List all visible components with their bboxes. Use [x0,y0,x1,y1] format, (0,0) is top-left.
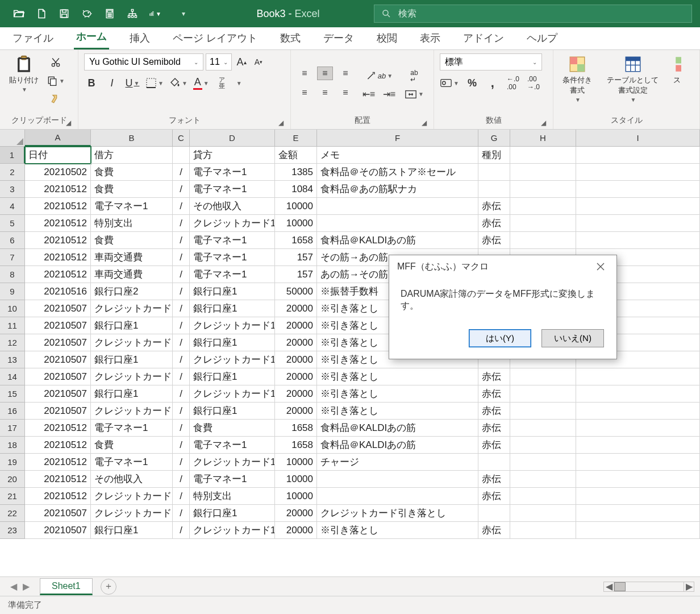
cell[interactable]: クレジットカード1 [91,334,173,351]
cell[interactable]: 20210512 [25,266,91,283]
col-header-F[interactable]: F [317,130,478,146]
tab-pagelayout[interactable]: ページ レイアウト [170,28,260,49]
cell[interactable]: 電子マネー1 [190,164,275,181]
cell[interactable]: クレジットカード1 [190,215,275,232]
cell[interactable] [576,164,700,181]
cell-styles-button-partial[interactable]: ス [670,53,681,86]
cell[interactable]: 食費 [91,164,173,181]
align-launcher-icon[interactable]: ◢ [422,119,427,127]
increase-indent-icon[interactable]: ⇥≡ [382,88,397,101]
cell[interactable]: 電子マネー1 [190,232,275,249]
cell[interactable] [576,505,700,522]
fill-color-icon[interactable]: ▼ [169,76,188,90]
cell[interactable]: 銀行口座1 [190,368,275,385]
select-all-cell[interactable] [0,130,25,146]
cell[interactable]: 食料品＠KALDIあの筋 [317,232,478,249]
cell[interactable]: 20000 [275,317,317,334]
align-middle-icon[interactable]: ≡ [317,67,333,80]
cell[interactable] [478,181,510,198]
cell[interactable]: その他収入 [190,198,275,215]
merge-icon[interactable]: ▼ [405,88,424,101]
piggy-icon[interactable] [81,7,93,20]
cell[interactable]: 20210516 [25,283,91,300]
tab-data[interactable]: データ [321,28,356,49]
cell[interactable]: / [173,522,190,539]
search-box[interactable]: 検索 [374,5,692,23]
row-header[interactable]: 8 [0,266,25,283]
cell[interactable]: チャージ [317,454,478,471]
cell[interactable]: / [173,505,190,522]
cell[interactable]: / [173,181,190,198]
cell[interactable]: / [173,266,190,283]
cell[interactable]: 貸方 [190,147,275,164]
cell[interactable]: 10000 [275,198,317,215]
cell[interactable]: / [173,403,190,420]
italic-icon[interactable]: I [105,76,119,90]
row-header[interactable]: 20 [0,471,25,488]
cell[interactable]: 借方 [91,147,173,164]
cell[interactable]: 銀行口座1 [91,351,173,368]
dialog-close-icon[interactable] [593,259,609,275]
cell[interactable]: / [173,334,190,351]
row-header[interactable]: 9 [0,283,25,300]
cell[interactable]: / [173,368,190,385]
cell[interactable]: 20210507 [25,368,91,385]
col-header-I[interactable]: I [576,130,700,146]
decrease-font-icon[interactable]: A▾ [251,55,266,69]
tab-view[interactable]: 表示 [418,28,443,49]
row-header[interactable]: 21 [0,488,25,505]
cell[interactable]: 20000 [275,300,317,317]
cell[interactable]: 20210512 [25,471,91,488]
cell[interactable]: 20000 [275,522,317,539]
cell[interactable] [317,471,478,488]
cell[interactable] [510,437,576,454]
cell[interactable]: / [173,249,190,266]
cell[interactable] [317,198,478,215]
cell[interactable]: ※引き落とし [317,403,478,420]
cell[interactable]: / [173,454,190,471]
row-header[interactable]: 17 [0,420,25,437]
col-header-C[interactable]: C [173,130,190,146]
row-header[interactable]: 12 [0,334,25,351]
align-left-icon[interactable]: ≡ [297,86,312,99]
cell[interactable]: 20210507 [25,385,91,403]
font-launcher-icon[interactable]: ◢ [278,119,284,127]
font-color-icon[interactable]: A▼ [193,76,209,90]
save-icon[interactable] [58,7,70,20]
cell[interactable]: 20000 [275,368,317,385]
format-as-table-button[interactable]: テーブルとして 書式設定▼ [603,53,662,104]
cell[interactable] [510,488,576,505]
cell[interactable] [510,232,576,249]
cell[interactable] [317,215,478,232]
cell[interactable]: 赤伝 [478,522,510,539]
cell[interactable]: 食料品＠その筋ストア※セール [317,164,478,181]
cell[interactable]: 電子マネー1 [91,420,173,437]
row-header[interactable]: 1 [0,147,25,164]
cell[interactable]: 20210507 [25,351,91,368]
cell[interactable]: 20210512 [25,420,91,437]
cell[interactable]: / [173,164,190,181]
decrease-indent-icon[interactable]: ⇤≡ [361,88,376,101]
decrease-decimal-icon[interactable]: .00→.0 [526,76,541,90]
cell[interactable]: 1658 [275,437,317,454]
cell[interactable]: 電子マネー1 [190,437,275,454]
cell[interactable] [576,420,700,437]
dialog-no-button[interactable]: いいえ(N) [541,329,604,347]
cell[interactable]: クレジットカード1 [91,300,173,317]
align-right-icon[interactable]: ≡ [338,86,353,99]
cell[interactable]: 赤伝 [478,368,510,385]
cell[interactable] [173,147,190,164]
dialog-yes-button[interactable]: はい(Y) [469,329,531,347]
cell[interactable] [510,164,576,181]
cell[interactable]: 電子マネー1 [91,454,173,471]
row-header[interactable]: 14 [0,368,25,385]
cell[interactable]: クレジットカード1 [91,368,173,385]
cell[interactable]: クレジットカード1 [190,317,275,334]
row-header[interactable]: 23 [0,522,25,539]
tab-home[interactable]: ホーム [74,26,109,49]
cell[interactable]: 電子マネー1 [190,266,275,283]
chart-icon[interactable]: ▼ [149,7,161,20]
cell[interactable]: 20000 [275,385,317,403]
cell[interactable] [510,198,576,215]
cell[interactable]: 電子マネー1 [91,198,173,215]
